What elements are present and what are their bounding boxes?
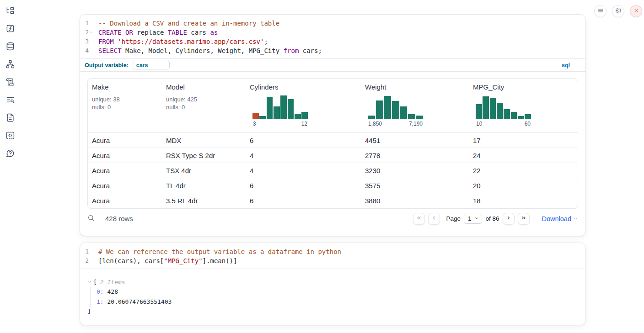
table-cell: 6 xyxy=(246,137,361,144)
table-row[interactable]: Acura3.5 RL 4dr6388018 xyxy=(88,193,578,208)
sidebar-item-file-explorer[interactable] xyxy=(5,6,15,16)
code-token: replace xyxy=(133,29,168,36)
table-cell: 4451 xyxy=(361,137,469,144)
column-stat: unique: 425 xyxy=(166,95,246,103)
sql-code-editor[interactable]: 1-- Download a CSV and create an in-memo… xyxy=(80,15,585,58)
chevrons-left-icon xyxy=(416,215,422,222)
database-icon xyxy=(6,42,15,52)
code-token: "MPG_City" xyxy=(164,257,202,264)
chevron-down-icon xyxy=(474,215,479,222)
histogram-bar xyxy=(280,95,287,119)
code-text: SELECT Make, Model, Cylinders, Weight, M… xyxy=(94,46,322,55)
histogram-bar xyxy=(368,116,375,119)
table-cell: RSX Type S 2dr xyxy=(162,152,246,159)
code-token: 'https://datasets.marimo.app/cars.csv' xyxy=(118,38,264,45)
table-area: Makeunique: 38nulls: 0Modelunique: 425nu… xyxy=(87,78,578,209)
tree-entry-key: 1: xyxy=(97,298,104,305)
language-badge[interactable]: sql xyxy=(562,62,570,69)
table-row[interactable]: AcuraTSX 4dr4323022 xyxy=(88,163,578,178)
code-line: 1# We can reference the output variable … xyxy=(80,247,585,256)
sidebar-item-variables[interactable] xyxy=(5,24,15,34)
table-cell: Acura xyxy=(88,152,162,159)
histogram-bar xyxy=(288,99,294,119)
sidebar-item-snippets[interactable] xyxy=(5,131,15,141)
close-icon xyxy=(633,7,639,15)
tree-entry-value: 428 xyxy=(104,288,118,295)
column-histogram[interactable]: 1,8507,190 xyxy=(368,95,423,127)
table-cell: 6 xyxy=(246,197,361,205)
column-name[interactable]: Weight xyxy=(365,83,469,91)
sidebar-item-datasources[interactable] xyxy=(5,42,15,52)
column-stat: nulls: 0 xyxy=(92,103,162,111)
sidebar-item-help[interactable] xyxy=(5,149,15,159)
histogram-bar xyxy=(408,114,415,119)
column-histogram[interactable]: 1060 xyxy=(476,95,531,127)
table-cell: 24 xyxy=(469,152,578,159)
table-row[interactable]: AcuraRSX Type S 2dr4277824 xyxy=(88,148,578,163)
code-line: 1-- Download a CSV and create an in-memo… xyxy=(80,19,585,28)
axis-max-label: 60 xyxy=(525,121,531,127)
chevron-down-icon xyxy=(573,215,578,222)
python-output: [ 2 Items 0: 4281: 20.060747663551403 ] xyxy=(80,269,585,323)
table-cell: 6 xyxy=(246,182,361,190)
search-icon[interactable] xyxy=(87,214,95,223)
column-histogram[interactable]: 312 xyxy=(252,95,308,127)
file-tree-icon xyxy=(6,6,15,16)
fold-slot xyxy=(89,19,94,28)
table-cell: 4 xyxy=(246,152,361,159)
histogram-bar xyxy=(525,114,531,119)
output-variable-input[interactable] xyxy=(133,61,170,69)
table-cell: 3575 xyxy=(361,182,469,190)
last-page-button[interactable] xyxy=(518,213,530,225)
settings-button[interactable] xyxy=(612,5,624,17)
sidebar-item-documentation[interactable] xyxy=(5,113,15,123)
list-search-icon xyxy=(6,95,15,106)
histogram-bar xyxy=(274,106,280,119)
fold-chevron-icon[interactable] xyxy=(89,28,94,37)
tree-items-summary: 2 Items xyxy=(100,279,125,285)
page-select[interactable]: 1 xyxy=(464,214,483,224)
menu-button[interactable] xyxy=(594,5,606,17)
code-text: # We can reference the output variable a… xyxy=(94,247,341,256)
tree-entry-value: 20.060747663551403 xyxy=(104,298,172,305)
output-variable-label: Output variable: xyxy=(85,62,129,69)
collapse-chevron-icon[interactable] xyxy=(87,279,93,285)
histogram-bar xyxy=(267,97,273,119)
prev-page-button[interactable] xyxy=(428,213,440,225)
code-token: FROM xyxy=(98,38,114,45)
line-gutter: 1 xyxy=(80,247,94,256)
code-token: # We can reference the output variable a… xyxy=(98,248,341,255)
code-text: CREATE OR replace TABLE cars as xyxy=(94,28,218,37)
shutdown-button[interactable] xyxy=(630,5,642,17)
sidebar xyxy=(0,0,20,333)
histogram-bar xyxy=(497,103,503,119)
code-token xyxy=(114,38,118,45)
column-stat: nulls: 0 xyxy=(166,103,246,111)
sidebar-item-scratchpad[interactable] xyxy=(5,78,15,88)
table-cell: Acura xyxy=(88,197,162,205)
column-name[interactable]: Cylinders xyxy=(250,83,361,91)
table-row[interactable]: AcuraTL 4dr6357520 xyxy=(88,178,578,193)
column-stats: unique: 38nulls: 0 xyxy=(92,95,162,111)
code-line: 2[len(cars), cars["MPG_City"].mean()] xyxy=(80,256,585,265)
sidebar-item-dependency-graph[interactable] xyxy=(5,60,15,70)
download-button[interactable]: Download xyxy=(542,215,579,222)
function-square-icon xyxy=(6,24,15,34)
column-name[interactable]: Make xyxy=(92,83,162,91)
table-row[interactable]: AcuraMDX6445117 xyxy=(88,133,578,148)
column-name[interactable]: Model xyxy=(166,83,246,91)
histogram-bar xyxy=(490,98,496,119)
first-page-button[interactable] xyxy=(413,213,425,225)
fold-slot xyxy=(89,46,94,55)
chevron-right-icon xyxy=(506,215,511,222)
histogram-bar xyxy=(476,104,482,119)
column-name[interactable]: MPG_City xyxy=(473,83,578,91)
code-token: ; xyxy=(264,38,268,45)
python-code-editor[interactable]: 1# We can reference the output variable … xyxy=(80,243,585,269)
sidebar-item-logs[interactable] xyxy=(5,95,15,106)
table-cell: 4 xyxy=(246,167,361,174)
tree-close-bracket: ] xyxy=(87,307,578,316)
table-cell: TL 4dr xyxy=(162,182,246,190)
next-page-button[interactable] xyxy=(503,213,515,225)
code-token: Make, Model, Cylinders, Weight, MPG_City xyxy=(122,47,284,54)
